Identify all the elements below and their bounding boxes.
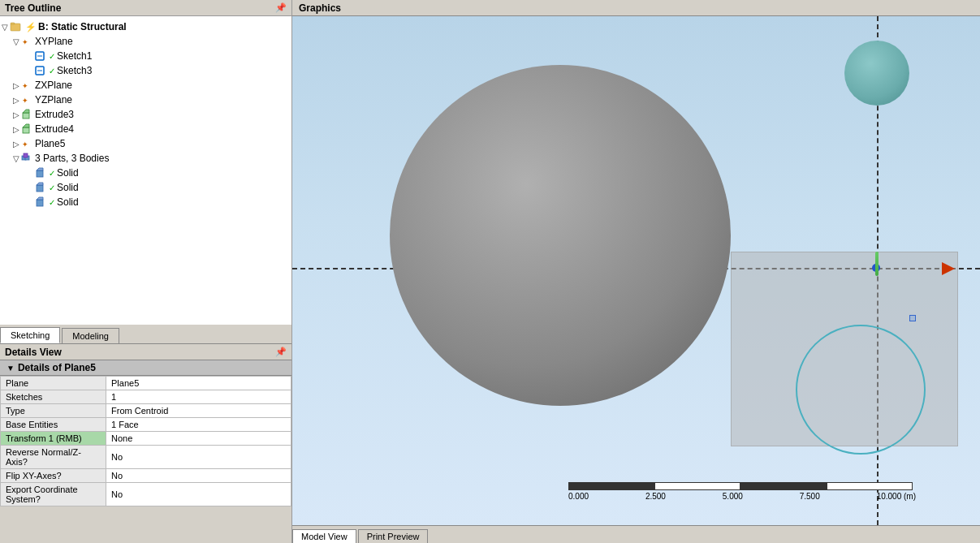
tree-item-sketch1[interactable]: ✓ Sketch1	[0, 49, 291, 63]
tree-item-extrude3-label: Extrude3	[35, 109, 74, 120]
table-row-base-entities: Base Entities 1 Face	[1, 418, 291, 432]
details-section-title: ▼ Details of Plane5	[0, 360, 291, 376]
tree-item-solid2[interactable]: ✓ Solid	[0, 180, 291, 195]
xyplane-icon: ✦	[20, 35, 33, 48]
table-row-plane: Plane Plane5	[1, 377, 291, 390]
tree-item-3parts[interactable]: ▽ 3 Parts, 3 Bodies	[0, 151, 291, 166]
main-sphere	[390, 65, 731, 406]
svg-marker-12	[23, 124, 29, 127]
tree-item-extrude3[interactable]: ▷ Extrude3	[0, 107, 291, 122]
tree-item-sketch1-label: Sketch1	[57, 50, 92, 62]
tree-item-yzplane[interactable]: ▷ ✦ YZPlane	[0, 93, 291, 107]
details-header: Details View 📌	[0, 344, 291, 360]
svg-rect-0	[11, 24, 20, 31]
tree-item-sketch3[interactable]: ✓ Sketch3	[0, 63, 291, 78]
svg-rect-9	[23, 113, 29, 119]
red-arrow	[942, 262, 955, 275]
bottom-tabs: Model View Print Preview	[292, 525, 980, 543]
tree-item-solid3-label: Solid	[57, 196, 79, 208]
tree-item-plane5[interactable]: ▷ ✦ Plane5	[0, 136, 291, 151]
bottom-tab-model-view[interactable]: Model View	[292, 529, 356, 543]
scale-seg-1	[568, 482, 654, 490]
tree-content: ▽ ⚡ B: Static Structural ▽ ✦ XYPlane	[0, 16, 291, 325]
scale-labels-row: 0.000 2.500 5.000 7.500 10.000 (m)	[568, 492, 916, 501]
plane5-icon: ✦	[20, 137, 33, 150]
tree-item-extrude4[interactable]: ▷ Extrude4	[0, 122, 291, 136]
val-type: From Centroid	[106, 404, 291, 418]
extrude4-icon	[20, 123, 33, 136]
expand-icon-ext3[interactable]: ▷	[13, 110, 19, 119]
collapse-icon[interactable]: ▼	[6, 364, 15, 373]
zxplane-icon: ✦	[20, 79, 33, 92]
graphics-header: Graphics	[292, 0, 980, 16]
key-flip-xy: Flip XY-Axes?	[1, 469, 106, 483]
parts-icon	[20, 152, 33, 165]
tree-item-solid1-label: Solid	[57, 167, 79, 179]
tab-sketching[interactable]: Sketching	[0, 327, 60, 343]
bottom-tab-print-preview[interactable]: Print Preview	[358, 529, 429, 543]
expand-icon-plane5[interactable]: ▷	[13, 140, 19, 149]
val-sketches: 1	[106, 390, 291, 404]
tab-modeling[interactable]: Modeling	[62, 328, 119, 343]
tree-item-b-static[interactable]: ▽ ⚡ B: Static Structural	[0, 19, 291, 34]
expand-icon-3parts[interactable]: ▽	[13, 154, 19, 163]
solid1-icon	[34, 166, 47, 179]
key-plane: Plane	[1, 377, 106, 390]
svg-rect-21	[37, 200, 43, 206]
svg-rect-19	[37, 185, 43, 192]
expand-icon[interactable]: ▽	[2, 23, 8, 32]
table-row-sketches: Sketches 1	[1, 390, 291, 404]
expand-icon-yz[interactable]: ▷	[13, 96, 19, 105]
yzplane-icon: ✦	[20, 93, 33, 106]
details-title: Details View	[5, 347, 62, 358]
expand-icon-xy[interactable]: ▽	[13, 37, 19, 46]
left-panel: Tree Outline 📌 ▽ ⚡ B: Static Structural …	[0, 0, 292, 543]
svg-marker-20	[37, 183, 43, 185]
tree-outline-panel: Tree Outline 📌 ▽ ⚡ B: Static Structural …	[0, 0, 291, 325]
svg-text:✦: ✦	[22, 38, 28, 46]
expand-icon-ext4[interactable]: ▷	[13, 125, 19, 134]
tree-item-extrude4-label: Extrude4	[35, 123, 74, 135]
tree-item-xyplane[interactable]: ▽ ✦ XYPlane	[0, 34, 291, 49]
tree-item-solid3[interactable]: ✓ Solid	[0, 195, 291, 209]
graphics-canvas[interactable]: 0.000 2.500 5.000 7.500 10.000 (m)	[292, 16, 980, 525]
val-transform: None	[106, 432, 291, 446]
scale-label-2500: 2.500	[645, 492, 666, 501]
val-base-entities: 1 Face	[106, 418, 291, 432]
tree-pin-icon[interactable]: 📌	[275, 2, 287, 13]
details-pin-icon[interactable]: 📌	[275, 347, 287, 357]
key-export-coord: Export Coordinate System?	[1, 483, 106, 506]
right-panel: Graphics	[292, 0, 980, 543]
details-table: Plane Plane5 Sketches 1 Type From Centro…	[0, 376, 291, 506]
scale-bar	[568, 482, 917, 490]
tree-item-xyplane-label: XYPlane	[35, 36, 73, 47]
svg-marker-22	[37, 197, 43, 200]
val-flip-xy: No	[106, 469, 291, 483]
tab-bar: Sketching Modeling	[0, 325, 291, 344]
svg-text:✦: ✦	[22, 140, 28, 149]
small-blue-square	[909, 315, 916, 321]
tree-item-yzplane-label: YZPlane	[35, 94, 72, 106]
teal-circle	[796, 325, 926, 455]
tree-outline-header: Tree Outline 📌	[0, 0, 291, 16]
sketch3-icon	[34, 64, 47, 77]
tree-item-solid1[interactable]: ✓ Solid	[0, 166, 291, 180]
svg-rect-1	[11, 23, 15, 24]
scale-label-7500: 7.500	[800, 492, 820, 501]
table-row-transform: Transform 1 (RMB) None	[1, 432, 291, 446]
tree-item-zxplane[interactable]: ▷ ✦ ZXPlane	[0, 78, 291, 93]
svg-rect-11	[23, 127, 29, 133]
tree-item-3parts-label: 3 Parts, 3 Bodies	[35, 153, 109, 164]
table-row-flip-xy: Flip XY-Axes? No	[1, 469, 291, 483]
svg-rect-16	[24, 153, 28, 157]
scale-label-0: 0.000	[568, 492, 589, 501]
green-line	[875, 252, 879, 276]
svg-text:✦: ✦	[22, 97, 28, 105]
val-reverse-normal: No	[106, 446, 291, 469]
details-section-label: Details of Plane5	[18, 362, 96, 373]
tree-item-b-static-label: B: Static Structural	[38, 21, 127, 32]
scale-label-10000: 10.000 (m)	[877, 492, 916, 501]
key-type: Type	[1, 404, 106, 418]
expand-icon-zx[interactable]: ▷	[13, 81, 19, 90]
tree-item-plane5-label: Plane5	[35, 138, 65, 149]
